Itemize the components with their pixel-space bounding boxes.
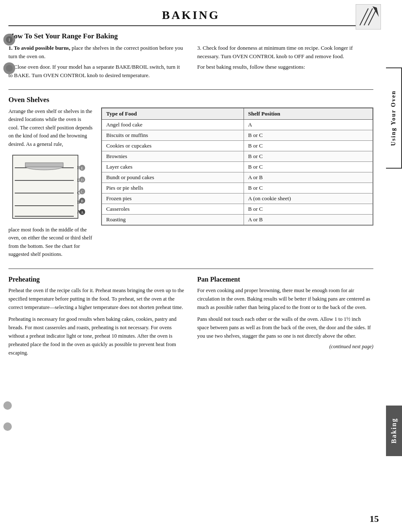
food-cell: Biscuits or muffins (102, 130, 244, 141)
oven-shelves-desc: Arrange the oven shelf or shelves in the… (8, 107, 93, 148)
position-cell: A or B (244, 215, 373, 225)
table-row: Layer cakesB or C (102, 162, 373, 172)
table-row: Pies or pie shellsB or C (102, 183, 373, 193)
svg-text:C: C (81, 190, 83, 194)
position-cell: A or B (244, 172, 373, 183)
step4-para: For best baking results, follow these su… (197, 63, 373, 71)
table-row: RoastingA or B (102, 215, 373, 225)
food-cell: Casseroles (102, 204, 244, 215)
pan-placement-section: Pan Placement For even cooking and prope… (197, 276, 373, 360)
step3-para: 3. Check food for doneness at minimum ti… (197, 44, 373, 60)
position-cell: B or C (244, 204, 373, 215)
oven-shelves-grid: Arrange the oven shelf or shelves in the… (8, 107, 373, 261)
position-cell: A (on cookie sheet) (244, 193, 373, 204)
pan-placement-heading: Pan Placement (197, 276, 373, 283)
how-to-left: 1. To avoid possible burns, place the sh… (8, 44, 185, 82)
step1-bold: 1. To avoid possible burns, (8, 45, 70, 51)
col-position-header: Shelf Position (244, 108, 373, 120)
food-cell: Angel food cake (102, 120, 244, 130)
header-logo (356, 4, 381, 30)
svg-text:E: E (81, 166, 83, 170)
svg-rect-14 (25, 163, 63, 167)
food-cell: Roasting (102, 215, 244, 225)
deco-icon-2 (3, 422, 12, 431)
table-row: Cookies or cupcakesB or C (102, 141, 373, 151)
col-food-header: Type of Food (102, 108, 244, 120)
food-cell: Pies or pie shells (102, 183, 244, 193)
preheating-section: Preheating Preheat the oven if the recip… (8, 276, 185, 360)
position-cell: A (244, 120, 373, 130)
svg-text:B: B (81, 199, 83, 203)
left-decorative-icons: 1 (3, 34, 15, 74)
oven-shelves-left: Arrange the oven shelf or shelves in the… (8, 107, 93, 261)
food-cell: Brownies (102, 151, 244, 162)
food-cell: Cookies or cupcakes (102, 141, 244, 151)
oven-shelves-desc2: place most foods in the middle of the ov… (8, 226, 93, 259)
deco-icon-1 (3, 401, 12, 410)
continued-note: (continued next page) (197, 344, 373, 350)
position-cell: B or C (244, 130, 373, 141)
table-row: Angel food cakeA (102, 120, 373, 130)
table-row: Biscuits or muffinsB or C (102, 130, 373, 141)
how-to-heading: How To Set Your Range For Baking (8, 32, 373, 40)
table-row: CasserolesB or C (102, 204, 373, 215)
table-row: Bundt or pound cakesA or B (102, 172, 373, 183)
step2-icon (3, 62, 15, 74)
svg-text:A: A (81, 210, 84, 215)
oven-shelves-heading: Oven Shelves (8, 96, 373, 104)
preheating-para1: Preheat the oven if the recipe calls for… (8, 286, 185, 312)
page-title: BAKING (8, 8, 373, 22)
right-tabs: Using Your Oven Baking (386, 0, 402, 532)
how-to-grid: 1. To avoid possible burns, place the sh… (8, 44, 373, 82)
bottom-sections: Preheating Preheat the oven if the recip… (8, 276, 373, 360)
tab-using-your-oven[interactable]: Using Your Oven (386, 67, 402, 169)
oven-shelves-section: Oven Shelves Arrange the oven shelf or s… (8, 96, 373, 261)
step1-icon: 1 (3, 34, 15, 46)
preheating-heading: Preheating (8, 276, 185, 283)
svg-point-2 (6, 65, 13, 72)
svg-text:D: D (81, 178, 84, 182)
shelf-position-table: Type of Food Shelf Position Angel food c… (102, 108, 373, 225)
food-cell: Bundt or pound cakes (102, 172, 244, 183)
position-cell: B or C (244, 141, 373, 151)
preheating-para2: Preheating is necessary for good results… (8, 315, 185, 357)
position-cell: B or C (244, 151, 373, 162)
section-divider-1 (8, 89, 373, 90)
pan-placement-para2: Pans should not touch each other or the … (197, 315, 373, 340)
pan-placement-para1: For even cooking and proper browning, th… (197, 286, 373, 312)
oven-diagram: E D C B A E D (8, 151, 93, 224)
how-to-right: 3. Check food for doneness at minimum ti… (197, 44, 373, 82)
food-cell: Layer cakes (102, 162, 244, 172)
bottom-left-icons (3, 401, 12, 431)
step2-para: 2. Close oven door. If your model has a … (8, 63, 185, 79)
table-row: Frozen piesA (on cookie sheet) (102, 193, 373, 204)
page-number: 15 (370, 513, 379, 524)
svg-text:1: 1 (8, 38, 11, 42)
food-cell: Frozen pies (102, 193, 244, 204)
shelf-table-wrapper: Type of Food Shelf Position Angel food c… (101, 107, 373, 226)
position-cell: B or C (244, 183, 373, 193)
section-divider-2 (8, 269, 373, 269)
tab-baking[interactable]: Baking (386, 406, 402, 456)
step1-para: 1. To avoid possible burns, place the sh… (8, 44, 185, 60)
position-cell: B or C (244, 162, 373, 172)
table-row: BrowniesB or C (102, 151, 373, 162)
top-divider (8, 25, 373, 26)
how-to-section: How To Set Your Range For Baking 1. To a… (8, 32, 373, 82)
shelf-table-container: Type of Food Shelf Position Angel food c… (101, 107, 373, 226)
